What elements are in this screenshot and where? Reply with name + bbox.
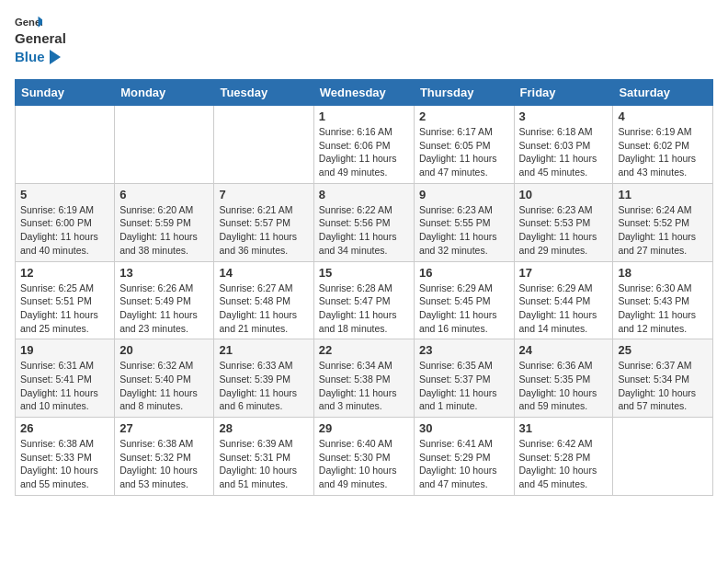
calendar-cell: 18Sunrise: 6:30 AM Sunset: 5:43 PM Dayli… bbox=[613, 261, 713, 339]
day-number: 31 bbox=[519, 421, 609, 435]
logo-blue-text: Blue bbox=[15, 50, 61, 66]
weekday-header: Friday bbox=[514, 80, 613, 106]
day-number: 26 bbox=[20, 421, 109, 435]
day-info: Sunrise: 6:18 AM Sunset: 6:03 PM Dayligh… bbox=[519, 125, 609, 179]
day-info: Sunrise: 6:32 AM Sunset: 5:40 PM Dayligh… bbox=[119, 359, 209, 413]
weekday-header-row: SundayMondayTuesdayWednesdayThursdayFrid… bbox=[16, 80, 713, 106]
calendar-cell: 31Sunrise: 6:42 AM Sunset: 5:28 PM Dayli… bbox=[514, 418, 613, 496]
calendar-table: SundayMondayTuesdayWednesdayThursdayFrid… bbox=[15, 79, 713, 496]
day-info: Sunrise: 6:42 AM Sunset: 5:28 PM Dayligh… bbox=[519, 437, 609, 491]
calendar-cell: 9Sunrise: 6:23 AM Sunset: 5:55 PM Daylig… bbox=[414, 183, 514, 261]
day-info: Sunrise: 6:27 AM Sunset: 5:48 PM Dayligh… bbox=[219, 282, 308, 336]
day-number: 10 bbox=[519, 188, 609, 201]
calendar-cell: 10Sunrise: 6:23 AM Sunset: 5:53 PM Dayli… bbox=[514, 183, 613, 261]
day-info: Sunrise: 6:20 AM Sunset: 5:59 PM Dayligh… bbox=[119, 203, 209, 258]
day-info: Sunrise: 6:29 AM Sunset: 5:45 PM Dayligh… bbox=[419, 282, 509, 336]
weekday-header: Monday bbox=[115, 80, 214, 106]
svg-text:Blue: Blue bbox=[15, 50, 45, 64]
day-number: 29 bbox=[319, 421, 409, 435]
day-info: Sunrise: 6:31 AM Sunset: 5:41 PM Dayligh… bbox=[20, 359, 109, 413]
calendar-cell: 29Sunrise: 6:40 AM Sunset: 5:30 PM Dayli… bbox=[313, 418, 414, 496]
day-number: 18 bbox=[618, 266, 708, 280]
svg-marker-4 bbox=[50, 50, 61, 64]
weekday-header: Thursday bbox=[414, 80, 514, 106]
day-info: Sunrise: 6:41 AM Sunset: 5:29 PM Dayligh… bbox=[419, 437, 509, 491]
calendar-cell: 26Sunrise: 6:38 AM Sunset: 5:33 PM Dayli… bbox=[16, 418, 115, 496]
day-info: Sunrise: 6:23 AM Sunset: 5:55 PM Dayligh… bbox=[419, 203, 509, 258]
day-number: 5 bbox=[20, 188, 109, 201]
calendar-cell bbox=[115, 106, 214, 184]
day-number: 1 bbox=[319, 109, 409, 123]
calendar-cell bbox=[16, 106, 115, 184]
day-number: 22 bbox=[319, 343, 409, 357]
day-info: Sunrise: 6:38 AM Sunset: 5:32 PM Dayligh… bbox=[119, 437, 209, 491]
day-info: Sunrise: 6:34 AM Sunset: 5:38 PM Dayligh… bbox=[319, 359, 409, 413]
calendar-week-row: 19Sunrise: 6:31 AM Sunset: 5:41 PM Dayli… bbox=[16, 339, 713, 418]
calendar-cell: 5Sunrise: 6:19 AM Sunset: 6:00 PM Daylig… bbox=[16, 183, 115, 261]
day-info: Sunrise: 6:23 AM Sunset: 5:53 PM Dayligh… bbox=[519, 203, 609, 258]
weekday-header: Tuesday bbox=[214, 80, 313, 106]
calendar-cell: 27Sunrise: 6:38 AM Sunset: 5:32 PM Dayli… bbox=[115, 418, 214, 496]
day-info: Sunrise: 6:19 AM Sunset: 6:02 PM Dayligh… bbox=[618, 125, 708, 179]
calendar-week-row: 12Sunrise: 6:25 AM Sunset: 5:51 PM Dayli… bbox=[16, 261, 713, 339]
day-number: 24 bbox=[519, 343, 609, 357]
day-number: 28 bbox=[219, 421, 308, 435]
day-number: 11 bbox=[618, 188, 708, 201]
day-number: 21 bbox=[219, 343, 308, 357]
calendar-cell: 6Sunrise: 6:20 AM Sunset: 5:59 PM Daylig… bbox=[115, 183, 214, 261]
day-number: 20 bbox=[119, 343, 209, 357]
day-info: Sunrise: 6:40 AM Sunset: 5:30 PM Dayligh… bbox=[319, 437, 409, 491]
day-number: 16 bbox=[419, 266, 509, 280]
calendar-cell: 1Sunrise: 6:16 AM Sunset: 6:06 PM Daylig… bbox=[313, 106, 414, 184]
weekday-header: Saturday bbox=[613, 80, 713, 106]
calendar-cell: 15Sunrise: 6:28 AM Sunset: 5:47 PM Dayli… bbox=[313, 261, 414, 339]
calendar-week-row: 26Sunrise: 6:38 AM Sunset: 5:33 PM Dayli… bbox=[16, 418, 713, 496]
calendar-cell: 28Sunrise: 6:39 AM Sunset: 5:31 PM Dayli… bbox=[214, 418, 313, 496]
logo-text: General bbox=[15, 29, 79, 50]
calendar-cell: 21Sunrise: 6:33 AM Sunset: 5:39 PM Dayli… bbox=[214, 339, 313, 418]
weekday-header: Sunday bbox=[16, 80, 115, 106]
calendar-cell: 24Sunrise: 6:36 AM Sunset: 5:35 PM Dayli… bbox=[514, 339, 613, 418]
day-info: Sunrise: 6:24 AM Sunset: 5:52 PM Dayligh… bbox=[618, 203, 708, 258]
day-info: Sunrise: 6:33 AM Sunset: 5:39 PM Dayligh… bbox=[219, 359, 308, 413]
calendar-cell: 30Sunrise: 6:41 AM Sunset: 5:29 PM Dayli… bbox=[414, 418, 514, 496]
day-info: Sunrise: 6:16 AM Sunset: 6:06 PM Dayligh… bbox=[319, 125, 409, 179]
calendar-cell: 25Sunrise: 6:37 AM Sunset: 5:34 PM Dayli… bbox=[613, 339, 713, 418]
day-number: 8 bbox=[319, 188, 409, 201]
day-number: 25 bbox=[618, 343, 708, 357]
day-number: 14 bbox=[219, 266, 308, 280]
day-number: 4 bbox=[618, 109, 708, 123]
day-number: 2 bbox=[419, 109, 509, 123]
day-info: Sunrise: 6:21 AM Sunset: 5:57 PM Dayligh… bbox=[219, 203, 308, 258]
calendar-cell bbox=[613, 418, 713, 496]
calendar-week-row: 5Sunrise: 6:19 AM Sunset: 6:00 PM Daylig… bbox=[16, 183, 713, 261]
day-info: Sunrise: 6:25 AM Sunset: 5:51 PM Dayligh… bbox=[20, 282, 109, 336]
day-number: 6 bbox=[119, 188, 209, 201]
calendar-cell: 7Sunrise: 6:21 AM Sunset: 5:57 PM Daylig… bbox=[214, 183, 313, 261]
calendar-cell: 12Sunrise: 6:25 AM Sunset: 5:51 PM Dayli… bbox=[16, 261, 115, 339]
calendar-cell: 23Sunrise: 6:35 AM Sunset: 5:37 PM Dayli… bbox=[414, 339, 514, 418]
day-number: 13 bbox=[119, 266, 209, 280]
day-number: 12 bbox=[20, 266, 109, 280]
day-info: Sunrise: 6:22 AM Sunset: 5:56 PM Dayligh… bbox=[319, 203, 409, 258]
day-info: Sunrise: 6:38 AM Sunset: 5:33 PM Dayligh… bbox=[20, 437, 109, 491]
calendar-week-row: 1Sunrise: 6:16 AM Sunset: 6:06 PM Daylig… bbox=[16, 106, 713, 184]
logo: General General Blue bbox=[15, 15, 79, 70]
day-number: 19 bbox=[20, 343, 109, 357]
day-info: Sunrise: 6:19 AM Sunset: 6:00 PM Dayligh… bbox=[20, 203, 109, 258]
day-info: Sunrise: 6:39 AM Sunset: 5:31 PM Dayligh… bbox=[219, 437, 308, 491]
calendar-cell: 14Sunrise: 6:27 AM Sunset: 5:48 PM Dayli… bbox=[214, 261, 313, 339]
calendar-cell: 8Sunrise: 6:22 AM Sunset: 5:56 PM Daylig… bbox=[313, 183, 414, 261]
day-number: 17 bbox=[519, 266, 609, 280]
calendar-cell: 20Sunrise: 6:32 AM Sunset: 5:40 PM Dayli… bbox=[115, 339, 214, 418]
day-number: 9 bbox=[419, 188, 509, 201]
weekday-header: Wednesday bbox=[313, 80, 414, 106]
calendar-cell: 13Sunrise: 6:26 AM Sunset: 5:49 PM Dayli… bbox=[115, 261, 214, 339]
day-info: Sunrise: 6:17 AM Sunset: 6:05 PM Dayligh… bbox=[419, 125, 509, 179]
day-info: Sunrise: 6:29 AM Sunset: 5:44 PM Dayligh… bbox=[519, 282, 609, 336]
day-info: Sunrise: 6:30 AM Sunset: 5:43 PM Dayligh… bbox=[618, 282, 708, 336]
day-number: 27 bbox=[119, 421, 209, 435]
day-info: Sunrise: 6:28 AM Sunset: 5:47 PM Dayligh… bbox=[319, 282, 409, 336]
svg-text:General: General bbox=[15, 30, 66, 46]
calendar-cell: 17Sunrise: 6:29 AM Sunset: 5:44 PM Dayli… bbox=[514, 261, 613, 339]
